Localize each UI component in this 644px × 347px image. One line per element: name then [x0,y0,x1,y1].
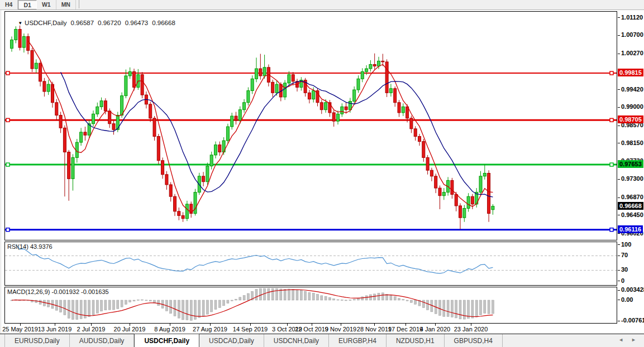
h-line-handle[interactable] [6,163,9,166]
timeframe-h4[interactable]: H4 [0,0,18,9]
candle-body [161,161,164,175]
candle-body [47,84,50,91]
macd-label: MACD(12,26,9) -0.001932 -0.001635 [7,288,109,295]
macd-histogram-bar [304,291,307,300]
tab-scroll-right-icon[interactable]: ► [631,336,636,344]
tab-eurusd-daily[interactable]: EURUSD,Daily [4,334,70,347]
tab-usdchf-daily[interactable]: USDCHF,Daily [134,334,199,347]
h-line-handle[interactable] [610,71,613,75]
date-label: 8 Aug 2019 [154,326,185,332]
tab-usdcnh-daily[interactable]: USDCNH,Daily [264,334,329,347]
price-axis[interactable]: 1.011201.007001.002700.994200.990000.985… [617,11,644,324]
price-tick-label: 1.00270 [621,50,643,56]
date-label: 9 Nov 2019 [325,326,356,332]
h-line-handle[interactable] [610,163,613,166]
timeframe-mn[interactable]: MN [56,0,76,9]
macd-histogram-bar [349,300,351,301]
price-chart-panel[interactable]: ▼USDCHF,Daily0.965870.967200.964730.9666… [4,11,617,240]
rsi-canvas[interactable] [5,242,617,285]
candle-body [68,152,70,179]
macd-scale-label: -0.007615 [621,317,644,324]
axis-tick [618,143,620,143]
candle-body [80,132,83,142]
candle-body [406,107,409,118]
axis-tick [618,270,620,271]
macd-histogram-bar [414,300,417,304]
timeframe-w1[interactable]: W1 [37,0,56,9]
macd-histogram-bar [68,300,70,318]
candle-body [255,69,258,79]
symbol-dropdown-icon[interactable]: ▼ [18,21,22,26]
axis-tick [618,233,620,234]
candle-body [185,204,188,219]
macd-histogram-bar [255,290,257,300]
macd-histogram-bar [337,300,339,300]
candle-body [243,103,246,110]
macd-histogram-bar [117,300,119,309]
rsi-scale-label: 100 [621,241,631,248]
candle-body [231,116,233,127]
candle-body [402,107,404,113]
macd-histogram-bar [125,300,127,305]
price-chart-canvas[interactable] [5,12,617,240]
candle-body [125,76,127,96]
tab-nzdusd-h1[interactable]: NZDUSD,H1 [387,334,445,347]
price-tick-label: 0.96870 [621,194,643,200]
candle-body [55,103,58,115]
candle-body [488,174,490,214]
macd-histogram-bar [227,300,229,303]
macd-histogram-bar [451,300,453,317]
rsi-label: RSI(14) 43.9376 [7,243,53,250]
candle-body [206,166,209,182]
macd-scale-label: 0.00 [621,296,633,303]
macd-histogram-bar [308,292,311,300]
tab-usdcad-daily[interactable]: USDCAD,Daily [199,334,264,347]
rsi-indicator-panel[interactable]: RSI(14) 43.9376 [4,242,617,286]
candle-body [463,208,466,218]
axis-tick [618,256,620,256]
timeframe-d1[interactable]: D1 [18,0,36,9]
candle-body [235,116,237,121]
tab-audusd-daily[interactable]: AUDUSD,Daily [70,334,135,347]
macd-histogram-bar [410,300,412,302]
macd-indicator-panel[interactable]: MACD(12,26,9) -0.001932 -0.001635 [4,287,617,324]
candle-body [31,50,34,69]
macd-histogram-bar [390,295,392,300]
macd-histogram-bar [121,300,123,307]
axis-tick [618,281,620,281]
macd-histogram-bar [88,300,90,317]
macd-histogram-bar [80,300,82,319]
macd-histogram-bar [381,293,384,300]
macd-histogram-bar [137,300,139,300]
h-line-handle[interactable] [610,118,613,122]
macd-histogram-bar [463,300,465,319]
tab-gbpusd-h4[interactable]: GBPUSD,H4 [445,334,503,347]
candle-body [84,132,87,135]
macd-histogram-bar [406,300,408,301]
chart-title: ▼USDCHF,Daily0.965870.967200.964730.9666… [7,13,175,33]
time-axis[interactable]: 25 May 201913 Jun 20192 Jul 201920 Jul 2… [4,324,617,334]
trading-terminal-window: H4D1W1MN ▼USDCHF,Daily0.965870.967200.96… [0,0,644,347]
candle-body [22,36,25,47]
macd-histogram-bar [365,296,368,300]
macd-histogram-bar [345,300,347,301]
h-line-price-label: 0.98705 [618,115,643,123]
ohlc-open: 0.96587 [71,20,94,26]
h-line-handle[interactable] [6,228,9,232]
h-line-handle[interactable] [6,71,9,75]
candle-body [275,84,278,93]
macd-histogram-bar [182,300,184,320]
ohlc-low: 0.96473 [125,20,149,26]
h-line-handle[interactable] [610,228,613,232]
macd-histogram-bar [72,300,74,320]
candle-body [292,75,294,81]
date-label: 22 Oct 2019 [295,326,328,332]
macd-histogram-bar [239,297,241,300]
axis-tick [618,215,620,215]
candle-body [337,114,340,121]
candle-body [174,196,176,211]
macd-histogram-bar [484,300,486,313]
tab-scroll-left-icon[interactable]: ◄ [618,336,623,344]
h-line-handle[interactable] [6,118,9,122]
tab-eurgbp-h4[interactable]: EURGBP,H4 [329,334,387,347]
